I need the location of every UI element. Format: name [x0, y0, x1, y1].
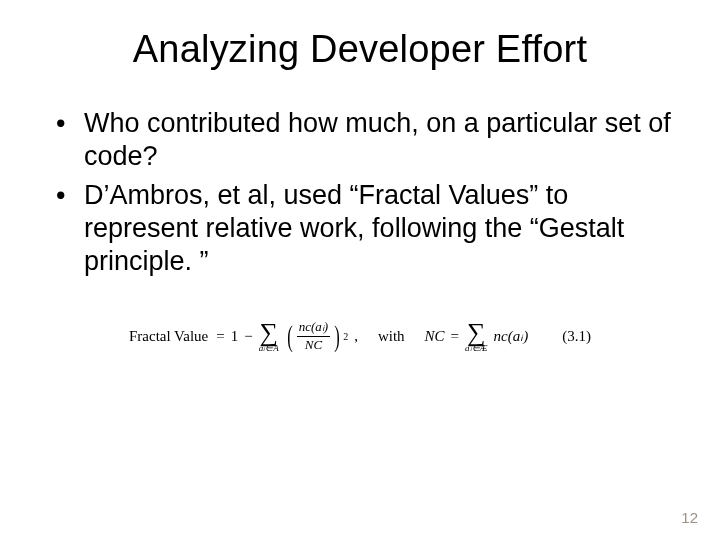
sigma-icon: ∑	[467, 320, 486, 346]
slide-title: Analyzing Developer Effort	[48, 28, 672, 71]
equals-sign: =	[216, 328, 224, 345]
sigma-under-right: aᵢ∈Æ	[465, 344, 488, 353]
formula-label: Fractal Value	[129, 328, 208, 345]
sigma-right: ∑ aᵢ∈Æ	[465, 320, 488, 353]
list-item: Who contributed how much, on a particula…	[56, 107, 672, 173]
with-text: with	[378, 328, 405, 345]
sigma-icon: ∑	[259, 320, 278, 346]
sigma-left: ∑ aᵢ∈A	[259, 320, 279, 353]
equals-sign: =	[451, 328, 459, 345]
equation-number: (3.1)	[562, 328, 591, 345]
fraction: nc(aᵢ) NC	[297, 320, 330, 352]
left-paren-icon: (	[287, 321, 293, 351]
sigma-under-left: aᵢ∈A	[259, 344, 279, 353]
comma: ,	[354, 328, 358, 345]
formula: Fractal Value = 1 − ∑ aᵢ∈A ( nc(aᵢ) NC )…	[48, 320, 672, 353]
slide: Analyzing Developer Effort Who contribut…	[0, 0, 720, 540]
page-number: 12	[681, 509, 698, 526]
nc-var: NC	[425, 328, 445, 345]
rhs-term: nc(aᵢ)	[494, 327, 529, 345]
one: 1	[231, 328, 239, 345]
fraction-numerator: nc(aᵢ)	[297, 320, 330, 334]
minus-sign: −	[244, 328, 252, 345]
bullet-list: Who contributed how much, on a particula…	[48, 107, 672, 278]
right-paren-icon: )	[334, 321, 340, 351]
paren-group: ( nc(aᵢ) NC ) 2	[285, 320, 348, 352]
squared: 2	[343, 331, 348, 342]
fraction-denominator: NC	[303, 338, 324, 352]
list-item: D’Ambros, et al, used “Fractal Values” t…	[56, 179, 672, 278]
